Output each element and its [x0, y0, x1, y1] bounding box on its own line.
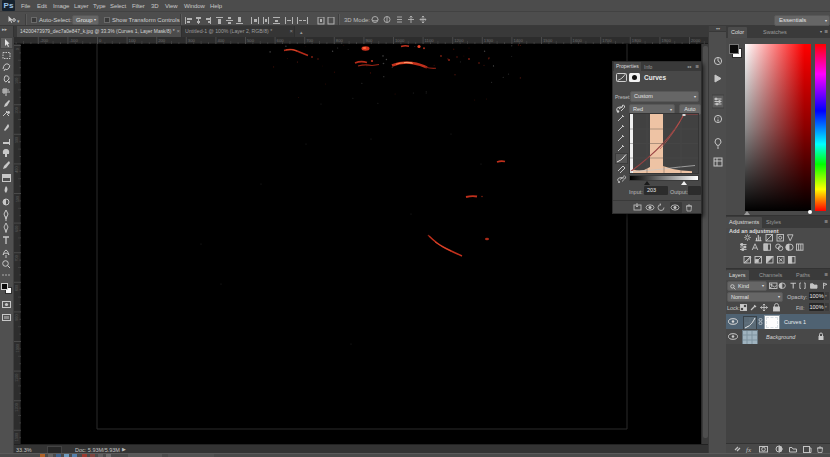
svg-text:-100: -100: [69, 38, 78, 43]
svg-text:2000: 2000: [691, 38, 701, 43]
svg-text:1200: 1200: [16, 403, 20, 411]
svg-text:600: 600: [16, 226, 20, 232]
svg-text:400: 400: [217, 38, 225, 43]
svg-text:1600: 1600: [573, 38, 583, 43]
svg-text:1800: 1800: [632, 38, 642, 43]
svg-text:1500: 1500: [543, 38, 553, 43]
svg-text:1000: 1000: [16, 344, 20, 352]
svg-text:0: 0: [16, 48, 20, 50]
svg-text:fx: fx: [746, 446, 752, 453]
svg-text:1200: 1200: [454, 38, 464, 43]
svg-text:700: 700: [16, 255, 20, 261]
svg-text:1300: 1300: [16, 433, 20, 441]
svg-text:800: 800: [336, 38, 344, 43]
svg-text:300: 300: [188, 38, 196, 43]
svg-text:1400: 1400: [513, 38, 523, 43]
svg-text:1300: 1300: [484, 38, 494, 43]
svg-text:700: 700: [306, 38, 314, 43]
svg-text:1100: 1100: [425, 38, 435, 43]
svg-text:500: 500: [16, 196, 20, 202]
svg-text:1700: 1700: [602, 38, 612, 43]
svg-text:100: 100: [129, 38, 137, 43]
svg-text:200: 200: [16, 107, 20, 113]
svg-text:1100: 1100: [16, 374, 20, 382]
svg-text:900: 900: [365, 38, 373, 43]
svg-text:800: 800: [16, 285, 20, 291]
svg-text:900: 900: [16, 314, 20, 320]
svg-text:100: 100: [16, 78, 20, 84]
svg-text:600: 600: [277, 38, 285, 43]
svg-text:1900: 1900: [661, 38, 671, 43]
svg-text:500: 500: [247, 38, 255, 43]
svg-text:-200: -200: [40, 38, 49, 43]
svg-text:0: 0: [99, 38, 102, 43]
svg-text:200: 200: [158, 38, 166, 43]
svg-text:300: 300: [16, 137, 20, 143]
svg-text:1000: 1000: [395, 38, 405, 43]
svg-text:400: 400: [16, 166, 20, 172]
